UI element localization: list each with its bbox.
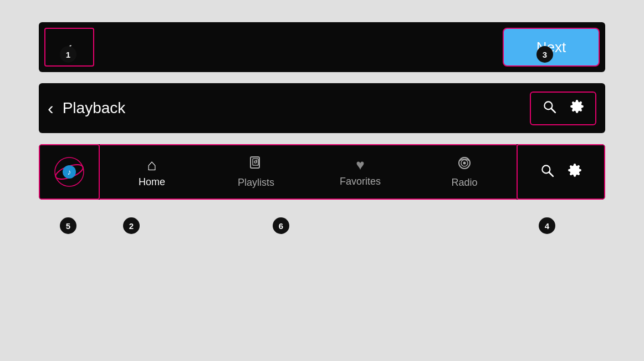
svg-point-11	[463, 162, 466, 165]
search-icon	[542, 99, 556, 114]
gear-icon	[570, 99, 584, 114]
radio-icon	[457, 155, 472, 175]
playback-title: Playback	[63, 99, 126, 117]
top-bar: ‹ Next	[39, 22, 605, 72]
next-button[interactable]: Next	[503, 28, 600, 67]
search-icon-nav	[540, 163, 554, 177]
search-button-nav[interactable]	[535, 161, 559, 184]
nav-items-container: ⌂ Home Playlists ♥ Favorites	[100, 144, 517, 200]
app-logo-icon: ♪	[54, 157, 84, 187]
nav-playlists-label: Playlists	[238, 177, 274, 189]
heart-icon: ♥	[356, 156, 364, 174]
nav-item-playlists[interactable]: Playlists	[204, 145, 308, 199]
playlists-icon	[248, 155, 264, 175]
annotation-1: 1	[60, 46, 76, 63]
svg-text:♪: ♪	[68, 167, 71, 176]
home-icon: ⌂	[147, 156, 157, 174]
playback-left: ‹ Playback	[48, 98, 125, 119]
nav-item-favorites[interactable]: ♥ Favorites	[308, 145, 412, 199]
annotation-2: 2	[123, 217, 140, 234]
gear-icon-nav	[568, 163, 582, 177]
annotation-5: 5	[60, 217, 76, 234]
nav-item-home[interactable]: ⌂ Home	[100, 145, 204, 199]
nav-home-label: Home	[139, 176, 165, 188]
svg-line-1	[551, 108, 555, 112]
playback-right-actions	[530, 91, 596, 125]
annotation-3: 3	[536, 46, 553, 63]
nav-bar: ♪ ⌂ Home Playlists	[39, 144, 605, 200]
search-button-playback[interactable]	[538, 97, 561, 120]
nav-radio-label: Radio	[451, 177, 477, 189]
nav-item-radio[interactable]: Radio	[412, 145, 517, 199]
svg-line-13	[549, 172, 553, 176]
annotation-4: 4	[539, 217, 555, 234]
settings-button-playback[interactable]	[565, 97, 589, 120]
nav-favorites-label: Favorites	[340, 176, 381, 187]
back-button-playback[interactable]: ‹	[48, 98, 54, 119]
svg-rect-7	[253, 159, 258, 165]
playback-bar: ‹ Playback	[39, 83, 605, 133]
settings-button-nav[interactable]	[563, 161, 586, 184]
annotation-6: 6	[273, 217, 289, 234]
nav-actions	[517, 144, 605, 200]
logo-button[interactable]: ♪	[39, 144, 100, 200]
chevron-left-playback-icon: ‹	[48, 98, 54, 118]
